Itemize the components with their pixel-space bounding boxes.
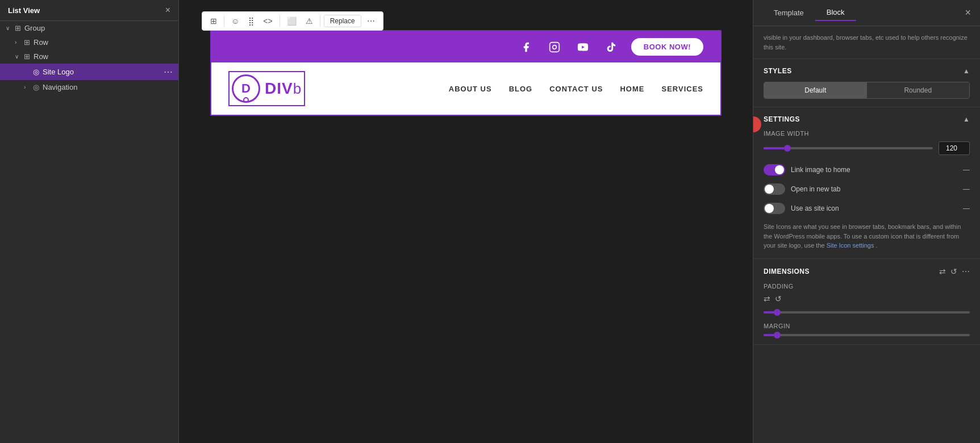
navigation-label: Navigation [43, 83, 173, 91]
nav-bar: D DIVb ABOUT US BLOG CONTACT US HOME SER… [211, 62, 720, 115]
facebook-icon[interactable] [518, 39, 535, 56]
toggle-knob-newtab [765, 185, 774, 194]
instagram-icon[interactable] [546, 39, 563, 56]
use-site-icon-row: Use as site icon — [764, 203, 970, 214]
toolbar-crop-button[interactable]: ⬜ [283, 14, 300, 28]
toolbar-transform-button[interactable]: ⊞ [207, 14, 220, 28]
toolbar-code-button[interactable]: <> [260, 14, 276, 28]
right-panel-header: Template Block × [753, 0, 980, 26]
tree-item-navigation[interactable]: › ◎ Navigation [0, 80, 178, 94]
open-new-tab-row: 4 Open in new tab — [764, 183, 970, 195]
logo-small-circle [243, 97, 249, 103]
toolbar-emoji-button[interactable]: ☺ [228, 14, 243, 28]
styles-chevron[interactable]: ▲ [963, 67, 970, 75]
navigation-icon: ◎ [33, 83, 39, 91]
margin-label: MARGIN [764, 323, 970, 329]
row1-label: Row [34, 38, 173, 47]
youtube-icon[interactable] [574, 39, 591, 56]
tree-item-row2[interactable]: ∨ ⊞ Row [0, 49, 178, 64]
site-logo-area: D DIVb [228, 71, 305, 106]
link-to-home-toggle[interactable] [764, 164, 785, 175]
nav-links: ABOUT US BLOG CONTACT US HOME SERVICES [449, 85, 703, 93]
toolbar-drag-button[interactable]: ⣿ [245, 14, 257, 28]
row2-icon: ⊞ [24, 52, 30, 61]
svg-rect-0 [549, 42, 559, 52]
header-bar: BOOK NOW! [211, 31, 720, 62]
dimensions-section: 5 Dimensions ⇄ ↺ ⋯ PADDING ⇄ ↺ [753, 259, 980, 345]
padding-label: PADDING [764, 283, 970, 290]
toolbar-separator-3 [320, 15, 320, 27]
nav-link-blog[interactable]: BLOG [509, 85, 533, 93]
margin-slider-thumb[interactable] [774, 332, 781, 338]
style-toggle-group: Default Rounded [764, 82, 970, 99]
toggle-knob-siteicon [765, 204, 774, 213]
site-logo-label: Site Logo [43, 68, 164, 76]
logo-text: DIVb [265, 80, 302, 98]
siteicon-dash: — [963, 204, 970, 212]
padding-link-button[interactable]: ⇄ [764, 294, 770, 303]
nav-link-contact[interactable]: CONTACT US [549, 85, 603, 93]
open-new-tab-label: Open in new tab [791, 185, 957, 193]
link-to-home-row: 3 Link image to home — [764, 164, 970, 175]
default-style-button[interactable]: Default [764, 82, 867, 98]
nav-link-home[interactable]: HOME [620, 85, 644, 93]
use-site-icon-toggle[interactable] [764, 203, 785, 214]
toolbar-separator-2 [280, 15, 280, 27]
link-to-home-label: Link image to home [791, 166, 957, 174]
list-view-title: List View [8, 6, 40, 15]
dimensions-link-button[interactable]: ↺ [950, 267, 957, 276]
site-icon-description: Site Icons are what you see in browser t… [764, 222, 970, 250]
nav-link-about[interactable]: ABOUT US [449, 85, 492, 93]
toggle-row2[interactable]: ∨ [15, 53, 24, 60]
padding-slider-thumb[interactable] [774, 309, 781, 316]
rounded-style-button[interactable]: Rounded [867, 82, 970, 98]
book-now-button[interactable]: BOOK NOW! [631, 38, 703, 56]
margin-slider[interactable] [764, 334, 970, 336]
use-site-icon-label: Use as site icon [791, 204, 957, 212]
group-icon: ⊞ [15, 24, 21, 32]
tree-item-group[interactable]: ∨ ⊞ Group [0, 21, 178, 35]
toolbar-warning-button[interactable]: ⚠ [302, 14, 316, 28]
link-dash: — [963, 166, 970, 174]
tiktok-icon[interactable] [603, 39, 620, 56]
top-description: visible in your dashboard, browser tabs,… [753, 26, 980, 59]
close-right-panel-button[interactable]: × [965, 7, 971, 19]
tree-item-site-logo[interactable]: ◎ Site Logo ⋯ [0, 64, 178, 80]
styles-section-header: Styles ▲ [764, 67, 970, 75]
website-preview: BOOK NOW! D DIVb ABOUT US BLOG CONTACT U… [210, 30, 722, 116]
newtab-dash: — [963, 185, 970, 193]
slider-thumb[interactable] [784, 145, 791, 152]
styles-section: 1 Styles ▲ Default Rounded [753, 59, 980, 107]
toggle-group[interactable]: ∨ [6, 25, 15, 31]
settings-chevron[interactable]: ▲ [963, 115, 970, 123]
close-list-view-button[interactable]: × [165, 6, 170, 15]
dimensions-dots-button[interactable]: ⋯ [962, 267, 970, 276]
group-label: Group [24, 24, 173, 32]
tab-template[interactable]: Template [762, 5, 815, 20]
width-row [764, 141, 970, 155]
tab-block[interactable]: Block [815, 5, 856, 21]
row2-label: Row [34, 52, 173, 61]
dimensions-settings-button[interactable]: ⇄ [939, 267, 946, 276]
tree-item-row1[interactable]: › ⊞ Row [0, 35, 178, 49]
styles-title: Styles [764, 67, 792, 75]
padding-reset-button[interactable]: ↺ [775, 294, 782, 303]
toolbar-more-button[interactable]: ⋯ [364, 14, 378, 28]
padding-controls: ⇄ ↺ [764, 294, 970, 303]
list-view-header: List View × [0, 0, 178, 21]
image-width-label: IMAGE WIDTH [764, 130, 970, 137]
toggle-row1[interactable]: › [15, 39, 24, 45]
nav-link-services[interactable]: SERVICES [661, 85, 703, 93]
row1-icon: ⊞ [24, 38, 30, 47]
image-width-slider[interactable] [764, 147, 933, 149]
site-logo-dots-button[interactable]: ⋯ [164, 66, 173, 77]
block-toolbar: ⊞ ☺ ⣿ <> ⬜ ⚠ Replace ⋯ [202, 11, 383, 31]
padding-slider[interactable] [764, 311, 970, 314]
settings-title: Settings [764, 115, 800, 123]
right-panel-content: visible in your dashboard, browser tabs,… [753, 26, 980, 443]
site-icon-settings-link[interactable]: Site Icon settings [827, 242, 874, 249]
replace-button[interactable]: Replace [324, 15, 361, 27]
image-width-input[interactable] [939, 141, 970, 155]
open-new-tab-toggle[interactable] [764, 183, 785, 195]
toggle-navigation[interactable]: › [24, 84, 33, 90]
